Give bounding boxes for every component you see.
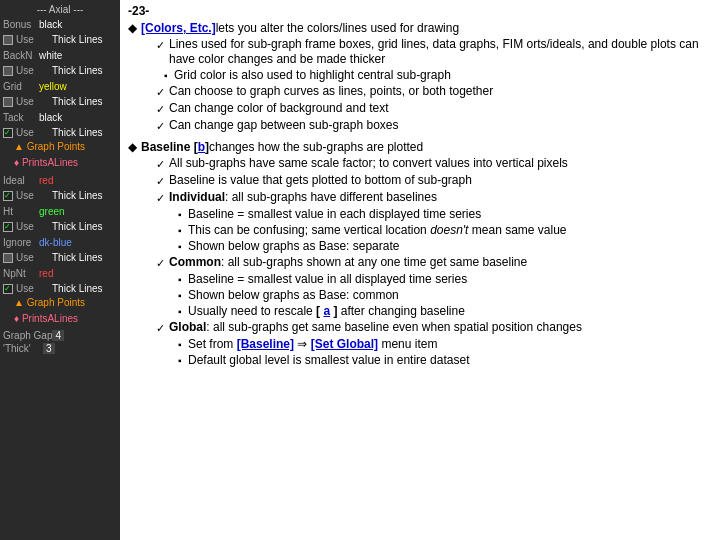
sidebar-npnt-plines: ♦ PrintsALines	[14, 312, 78, 326]
baseline-bold: Baseline [	[141, 140, 198, 154]
colors-diamond-icon: ◆	[128, 21, 137, 35]
sidebar-tack-graphpoints: ▲ Graph Points	[14, 140, 85, 154]
baseline-item-2-text: Baseline is value that gets plotted to b…	[169, 173, 712, 188]
sidebar-bonus-thick: Thick Lines	[52, 34, 103, 45]
sidebar-backn-use-label: Use	[16, 65, 52, 76]
baseline-item-5: ✓ Global: all sub-graphs get same baseli…	[148, 320, 712, 336]
sidebar-npnt-value: red	[39, 267, 53, 281]
baseline-item-3: ✓ Individual: all sub-graphs have differ…	[148, 190, 712, 206]
sidebar-backn-label: BackN	[3, 49, 39, 63]
baseline-item-1-text: All sub-graphs have same scale factor; t…	[169, 156, 712, 171]
baseline-intro: changes how the sub-graphs are plotted	[209, 140, 423, 154]
baseline-item-4: ✓ Common: all sub-graphs shown at any on…	[148, 255, 712, 271]
sidebar-grid-value: yellow	[39, 80, 67, 94]
baseline-item-5-text: Global: all sub-graphs get same baseline…	[169, 320, 712, 335]
individual-sublist: Baseline = smallest value in each displa…	[178, 207, 712, 254]
individual-sub-1: Baseline = smallest value in each displa…	[178, 207, 712, 222]
checkmark-b3-icon: ✓	[156, 191, 165, 206]
sidebar-ideal-label: Ideal	[3, 174, 39, 188]
sidebar-bonus-value: black	[39, 18, 62, 32]
checkmark-2-icon: ✓	[156, 85, 165, 100]
baseline-item-4-text: Common: all sub-graphs shown at any one …	[169, 255, 712, 270]
sidebar-tack-plines: ♦ PrintsALines	[14, 156, 78, 170]
colors-item-2: ✓ Can choose to graph curves as lines, p…	[148, 84, 712, 100]
sidebar-section-backn: BackN white Use Thick Lines	[0, 48, 120, 77]
sidebar-ht-value: green	[39, 205, 65, 219]
sidebar-ignore-value: dk-blue	[39, 236, 72, 250]
sidebar-npnt-checkbox[interactable]	[3, 284, 13, 294]
sidebar-title: --- Axial ---	[0, 2, 120, 17]
sidebar-backn-thick: Thick Lines	[52, 65, 103, 76]
global-sublist: Set from [Baseline] ⇒ [Set Global] menu …	[178, 337, 712, 368]
sidebar-tack-checkbox[interactable]	[3, 128, 13, 138]
sidebar-bonus-label: Bonus	[3, 18, 39, 32]
individual-bold: Individual	[169, 190, 225, 204]
checkmark-b5-icon: ✓	[156, 321, 165, 336]
colors-item-4-text: Can change gap between sub-graph boxes	[169, 118, 712, 133]
sidebar-bonus-use-label: Use	[16, 34, 52, 45]
baseline-items: ✓ All sub-graphs have same scale factor;…	[148, 156, 712, 368]
link-setglobal[interactable]: [Set Global]	[311, 337, 378, 351]
colors-item-2-text: Can choose to graph curves as lines, poi…	[169, 84, 712, 99]
baseline-item-1: ✓ All sub-graphs have same scale factor;…	[148, 156, 712, 172]
baseline-item-2: ✓ Baseline is value that gets plotted to…	[148, 173, 712, 189]
baseline-link-b[interactable]: b	[198, 140, 205, 154]
sidebar-grid-thick: Thick Lines	[52, 96, 103, 107]
sidebar-ignore-thick: Thick Lines	[52, 252, 103, 263]
sidebar-grid-use-label: Use	[16, 96, 52, 107]
sidebar-ideal-use-label: Use	[16, 190, 52, 201]
sidebar-thick-row: 'Thick' 3	[0, 342, 120, 355]
checkmark-b4-icon: ✓	[156, 256, 165, 271]
colors-sublist-1: Grid color is also used to highlight cen…	[164, 68, 712, 83]
sidebar-section-ignore: Ignore dk-blue Use Thick Lines	[0, 235, 120, 264]
global-sub-2: Default global level is smallest value i…	[178, 353, 712, 368]
sidebar-bonus-checkbox[interactable]	[3, 35, 13, 45]
sidebar-backn-checkbox[interactable]	[3, 66, 13, 76]
sidebar-graphgap-row: Graph Gap 4	[0, 329, 120, 342]
baseline-section: ◆ Baseline [ b ] changes how the sub-gra…	[128, 140, 712, 368]
sidebar-ideal-checkbox[interactable]	[3, 191, 13, 201]
sidebar-npnt-graphpoints: ▲ Graph Points	[14, 296, 85, 310]
sidebar-npnt-label: NpNt	[3, 267, 39, 281]
sidebar-npnt-thick: Thick Lines	[52, 283, 103, 294]
sidebar-grid-label: Grid	[3, 80, 39, 94]
sidebar-section-bonus: Bonus black Use Thick Lines	[0, 17, 120, 46]
sidebar-ht-label: Ht	[3, 205, 39, 219]
sidebar-section-grid: Grid yellow Use Thick Lines	[0, 79, 120, 108]
sidebar-grid-checkbox[interactable]	[3, 97, 13, 107]
checkmark-b2-icon: ✓	[156, 174, 165, 189]
common-sub-3: Usually need to rescale [ a ] after chan…	[178, 304, 712, 319]
colors-item-4: ✓ Can change gap between sub-graph boxes	[148, 118, 712, 134]
sidebar-tack-value: black	[39, 111, 62, 125]
colors-intro: lets you alter the colors/lines used for…	[216, 21, 459, 35]
colors-item-1: ✓ Lines used for sub-graph frame boxes, …	[148, 37, 712, 67]
sidebar-ideal-value: red	[39, 174, 53, 188]
sidebar: --- Axial --- Bonus black Use Thick Line…	[0, 0, 120, 540]
colors-items: ✓ Lines used for sub-graph frame boxes, …	[148, 37, 712, 134]
colors-section: ◆ [Colors, Etc.] lets you alter the colo…	[128, 21, 712, 134]
common-bold: Common	[169, 255, 221, 269]
sidebar-section-ideal: Ideal red Use Thick Lines	[0, 173, 120, 202]
sidebar-tack-label: Tack	[3, 111, 39, 125]
checkmark-b1-icon: ✓	[156, 157, 165, 172]
sidebar-thick-label: 'Thick'	[3, 343, 43, 354]
sidebar-npnt-use-label: Use	[16, 283, 52, 294]
common-sublist: Baseline = smallest value in all display…	[178, 272, 712, 319]
main-content: -23- ◆ [Colors, Etc.] lets you alter the…	[120, 0, 720, 540]
sidebar-backn-value: white	[39, 49, 62, 63]
page-number: -23-	[128, 4, 712, 18]
sidebar-ht-checkbox[interactable]	[3, 222, 13, 232]
individual-sub-3: Shown below graphs as Base: separate	[178, 239, 712, 254]
colors-item-1-text: Lines used for sub-graph frame boxes, gr…	[169, 37, 712, 67]
checkmark-4-icon: ✓	[156, 119, 165, 134]
colors-link[interactable]: [Colors, Etc.]	[141, 21, 216, 35]
link-baseline[interactable]: [Baseline]	[237, 337, 294, 351]
sidebar-section-npnt: NpNt red Use Thick Lines ▲ Graph Points …	[0, 266, 120, 327]
sidebar-section-tack: Tack black Use Thick Lines ▲ Graph Point…	[0, 110, 120, 171]
sidebar-ignore-checkbox[interactable]	[3, 253, 13, 263]
individual-sub-2: This can be confusing; same vertical loc…	[178, 223, 712, 238]
doesnt-italic: doesn't	[430, 223, 468, 237]
baseline-diamond-icon: ◆	[128, 140, 137, 154]
sidebar-ideal-thick: Thick Lines	[52, 190, 103, 201]
sidebar-section-ht: Ht green Use Thick Lines	[0, 204, 120, 233]
